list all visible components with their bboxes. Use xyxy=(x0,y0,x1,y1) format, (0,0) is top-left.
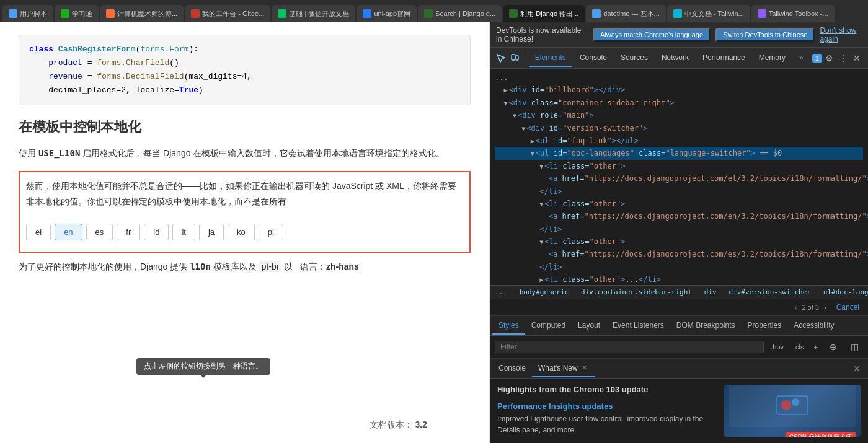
dom-line-9[interactable]: </li> xyxy=(495,185,863,198)
tab-sources[interactable]: Sources xyxy=(614,50,654,67)
dom-line-0: ... xyxy=(495,71,863,84)
tab-7[interactable]: Search | Django d... xyxy=(418,5,502,22)
tab-favicon-6 xyxy=(363,9,371,18)
tab-favicon-3 xyxy=(106,9,115,18)
panel-tab-computed[interactable]: Computed xyxy=(525,317,572,335)
tab-network[interactable]: Network xyxy=(655,50,695,67)
panel-tab-styles[interactable]: Styles xyxy=(492,317,525,335)
shadow-editor-icon[interactable]: ◫ xyxy=(846,338,863,356)
bottom-panel: Console What's New ✕ ✕ Highlights from t… xyxy=(490,359,868,443)
bottom-tab-whats-new[interactable]: What's New ✕ xyxy=(532,360,595,377)
dom-line-14[interactable]: <a href="https://docs.djangoproject.com/… xyxy=(495,248,863,260)
tab-favicon-7 xyxy=(424,9,433,18)
browser-tab-bar: 用户脚本 学习通 计算机魔术师的博... 我的工作台 - Gitee... 基础… xyxy=(0,0,868,22)
cls-filter-btn[interactable]: .cls xyxy=(790,342,807,352)
para1: 使用 USE_L10N 启用格式化后，每当 Django 在模板中输入数值时，它… xyxy=(19,146,471,161)
dom-line-11[interactable]: <a href="https://docs.djangoproject.com/… xyxy=(495,210,863,222)
tab-console[interactable]: Console xyxy=(574,50,613,67)
whats-new-header: Highlights from the Chrome 103 update xyxy=(497,385,717,394)
tab-label-4: 我的工作台 - Gitee... xyxy=(202,9,264,19)
tab-8[interactable]: 利用 Django 输出... xyxy=(503,5,585,22)
dom-line-1[interactable]: ▶<div id="billboard"></div> xyxy=(495,84,863,96)
dont-show-link[interactable]: Don't show again xyxy=(820,26,862,43)
wn-title-performance[interactable]: Performance Insights updates xyxy=(497,401,717,411)
para3: 为了更好的控制本地化的使用，Django 提供 l10n 模板库以及 pt-br… xyxy=(19,259,471,274)
filter-input[interactable] xyxy=(495,341,764,353)
add-style-btn[interactable]: + xyxy=(811,342,821,352)
close-devtools-icon[interactable]: ✕ xyxy=(851,50,863,67)
page-nav-prev[interactable]: ‹ xyxy=(792,302,800,312)
tab-6[interactable]: uni-app官网 xyxy=(356,5,417,22)
lang-btn-id[interactable]: id xyxy=(144,224,169,240)
tab-label-2: 学习通 xyxy=(72,9,92,19)
tab-3[interactable]: 计算机魔术师的博... xyxy=(100,5,184,22)
tab-1[interactable]: 用户脚本 xyxy=(2,5,53,22)
dom-line-2[interactable]: ▼<div class="container sidebar-right"> xyxy=(495,97,863,109)
tab-favicon-9 xyxy=(592,9,601,18)
dom-line-6[interactable]: ▼<ul id="doc-languages" class="language-… xyxy=(495,147,863,159)
filter-row: .hov .cls + ⊕ ◫ xyxy=(490,336,868,359)
tab-5[interactable]: 基础 | 微信开放文档 xyxy=(272,5,355,22)
always-match-btn[interactable]: Always match Chrome's language xyxy=(593,28,711,42)
notification-badge: 1 xyxy=(812,54,822,63)
tab-favicon-10 xyxy=(673,9,682,18)
tab-9[interactable]: datetime --- 基本... xyxy=(586,5,665,22)
device-icon[interactable] xyxy=(508,50,521,67)
lang-btn-pl[interactable]: pl xyxy=(259,224,283,240)
tab-performance[interactable]: Performance xyxy=(696,50,751,67)
switch-devtools-btn[interactable]: Switch DevTools to Chinese xyxy=(715,28,815,42)
code-line-1: class CashRegisterForm(forms.Form): xyxy=(29,43,460,56)
tab-label-11: Tailwind Toolbox -... xyxy=(769,10,828,17)
panel-tab-dom-breakpoints[interactable]: DOM Breakpoints xyxy=(670,317,742,335)
dom-line-7[interactable]: ▼<li class="other"> xyxy=(495,160,863,172)
tab-memory[interactable]: Memory xyxy=(753,50,792,67)
page-nav-label: 2 of 3 xyxy=(802,304,819,311)
tab-label-10: 中文文档 - Tailwin... xyxy=(684,9,744,19)
tab-11[interactable]: Tailwind Toolbox -... xyxy=(751,5,835,22)
separator-1 xyxy=(525,52,525,64)
panel-tab-properties[interactable]: Properties xyxy=(742,317,788,335)
svg-point-4 xyxy=(792,398,799,406)
style-settings-icon[interactable]: ⊕ xyxy=(825,338,842,356)
lang-buttons: el en es fr id it ja ko pl xyxy=(26,219,463,245)
tab-label-5: 基础 | 微信开放文档 xyxy=(289,9,349,19)
dom-line-3[interactable]: ▼<div role="main"> xyxy=(495,109,863,121)
tab-10[interactable]: 中文文档 - Tailwin... xyxy=(667,5,750,22)
tab-4[interactable]: 我的工作台 - Gitee... xyxy=(185,5,270,22)
dom-line-10[interactable]: ▼<li class="other"> xyxy=(495,198,863,210)
tab-favicon-11 xyxy=(758,9,766,18)
tab-label-9: datetime --- 基本... xyxy=(603,9,659,19)
settings-icon[interactable]: ⚙ xyxy=(823,50,836,67)
lang-btn-el[interactable]: el xyxy=(26,224,51,240)
dom-line-12[interactable]: </li> xyxy=(495,223,863,235)
close-whats-new-icon[interactable]: ✕ xyxy=(580,364,589,372)
panel-tab-accessibility[interactable]: Accessibility xyxy=(787,317,840,335)
lang-btn-it[interactable]: it xyxy=(172,224,195,240)
lang-btn-ja[interactable]: ja xyxy=(199,224,224,240)
lang-btn-es[interactable]: es xyxy=(86,224,113,240)
hover-filter-btn[interactable]: .hov xyxy=(768,342,787,352)
dom-line-15[interactable]: </li> xyxy=(495,261,863,273)
dom-line-13[interactable]: ▼<li class="other"> xyxy=(495,235,863,248)
tab-elements[interactable]: Elements xyxy=(529,50,572,67)
cancel-button[interactable]: Cancel xyxy=(833,302,863,313)
page-nav-next[interactable]: › xyxy=(822,302,829,312)
content-inner: class CashRegisterForm(forms.Form): prod… xyxy=(0,22,489,296)
panel-tab-layout[interactable]: Layout xyxy=(572,317,606,335)
lang-btn-en[interactable]: en xyxy=(55,224,82,240)
inspect-icon[interactable] xyxy=(495,50,507,67)
dom-line-8[interactable]: <a href="https://docs.djangoproject.com/… xyxy=(495,172,863,185)
tab-more[interactable]: » xyxy=(793,50,810,67)
page-navigation: ‹ 2 of 3 › xyxy=(792,302,829,312)
dom-line-16[interactable]: ▶<li class="other">...</li> xyxy=(495,273,863,286)
dom-line-5[interactable]: ▶<ul id="faq-link"></ul> xyxy=(495,134,863,147)
lang-btn-ko[interactable]: ko xyxy=(228,224,255,240)
dom-line-4[interactable]: ▼<div id="version-switcher"> xyxy=(495,122,863,134)
bottom-tab-console[interactable]: Console xyxy=(492,360,532,377)
panel-tab-event-listeners[interactable]: Event Listeners xyxy=(606,317,670,335)
whats-new-left: Highlights from the Chrome 103 update Pe… xyxy=(497,385,717,437)
lang-btn-fr[interactable]: fr xyxy=(117,224,140,240)
tab-2[interactable]: 学习通 xyxy=(55,5,99,22)
close-bottom-panel-icon[interactable]: ✕ xyxy=(848,360,866,377)
more-options-icon[interactable]: ⋮ xyxy=(837,50,849,67)
